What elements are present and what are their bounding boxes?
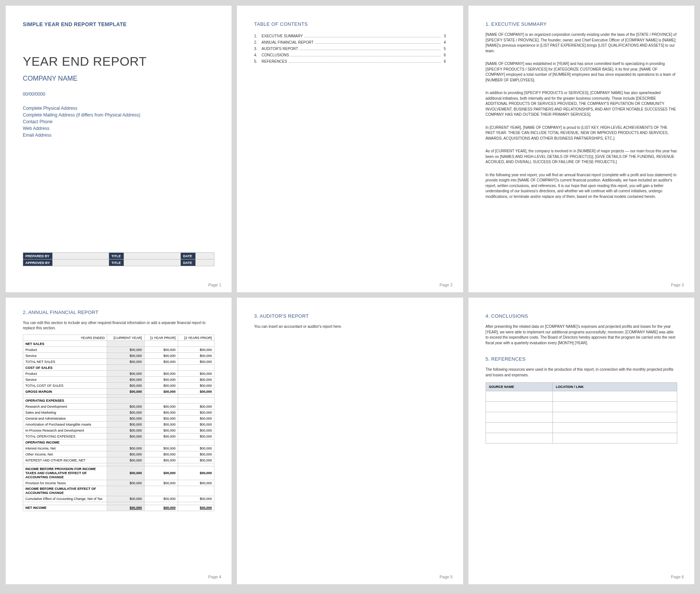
page-grid: SIMPLE YEAR END REPORT TEMPLATE YEAR END… (5, 5, 695, 585)
exec-p5: As of [CURRENT YEAR], the company is inv… (486, 149, 677, 165)
ref-row (486, 391, 677, 402)
ref-row (486, 412, 677, 423)
title-label: TITLE (109, 253, 124, 259)
approved-date-field[interactable] (196, 259, 214, 266)
toc-list: 1.EXECUTIVE SUMMARY3 2.ANNUAL FINANCIAL … (254, 33, 446, 65)
page-number: Page 3 (671, 283, 684, 287)
financial-table: YEARS ENDED [CURRENT YEAR] [1 YEAR PRIOR… (23, 335, 214, 511)
toc-item: 2.ANNUAL FINANCIAL REPORT4 (254, 39, 446, 46)
toc-title: TABLE OF CONTENTS (254, 21, 446, 27)
web-address: Web Address (23, 125, 214, 132)
financial-intro: You can edit this section to include any… (23, 320, 214, 331)
exec-p2: [NAME OF COMPANY] was established in [YE… (486, 61, 677, 83)
prepared-title-field[interactable] (124, 253, 181, 259)
ref-col-location: LOCATION / LINK (552, 383, 677, 391)
financial-title: 2. ANNUAL FINANCIAL REPORT (23, 310, 214, 315)
auditor-intro: You can insert an accountant or auditor'… (254, 324, 446, 330)
page-3: 1. EXECUTIVE SUMMARY [NAME OF COMPANY] i… (468, 5, 695, 293)
approved-title-field[interactable] (124, 259, 181, 266)
signature-table: PREPARED BY TITLE DATE APPROVED BY TITLE… (23, 252, 214, 266)
page-number: Page 5 (440, 575, 453, 579)
report-title: YEAR END REPORT (23, 54, 214, 69)
approved-by-label: APPROVED BY (23, 259, 53, 266)
page-number: Page 4 (208, 575, 221, 579)
prepared-by-label: PREPARED BY (23, 253, 53, 259)
template-title: SIMPLE YEAR END REPORT TEMPLATE (23, 21, 214, 27)
contact-phone: Contact Phone (23, 118, 214, 125)
exec-p4: In [CURRENT YEAR], [NAME OF COMPANY] is … (486, 125, 677, 141)
page-1: SIMPLE YEAR END REPORT TEMPLATE YEAR END… (5, 5, 232, 293)
exec-p3: In addition to providing [SPECIFY PRODUC… (486, 90, 677, 118)
date-label-2: DATE (181, 259, 196, 266)
page-6: 4. CONCLUSIONS After presenting the rela… (468, 297, 695, 585)
toc-item: 4.CONCLUSIONS6 (254, 52, 446, 58)
toc-item: 5.REFERENCES6 (254, 58, 446, 65)
address-block: Complete Physical Address Complete Maili… (23, 105, 214, 139)
page-5: 3. AUDITOR'S REPORT You can insert an ac… (236, 297, 463, 585)
mailing-address: Complete Mailing Address (if differs fro… (23, 112, 214, 118)
page-number: Page 1 (208, 283, 221, 287)
report-date: 00/00/0000 (23, 91, 214, 97)
toc-item: 1.EXECUTIVE SUMMARY3 (254, 33, 446, 39)
conclusions-title: 4. CONCLUSIONS (486, 313, 677, 319)
page-2: TABLE OF CONTENTS 1.EXECUTIVE SUMMARY3 2… (236, 5, 463, 293)
conclusions-text: After presenting the related data on [CO… (486, 324, 677, 346)
references-intro: The following resources were used in the… (486, 367, 677, 378)
references-title: 5. REFERENCES (486, 356, 677, 362)
exec-p1: [NAME OF COMPANY] is an organized corpor… (486, 32, 677, 54)
page-4: 2. ANNUAL FINANCIAL REPORT You can edit … (5, 297, 232, 585)
ref-row (486, 423, 677, 433)
toc-item: 3.AUDITOR'S REPORT5 (254, 46, 446, 52)
company-name: COMPANY NAME (23, 75, 214, 83)
date-label: DATE (181, 253, 196, 259)
prepared-date-field[interactable] (196, 253, 214, 259)
approved-by-field[interactable] (52, 259, 109, 266)
ref-col-source: SOURCE NAME (486, 383, 552, 391)
email-address: Email Address (23, 132, 214, 139)
page-number: Page 2 (440, 283, 453, 287)
title-label-2: TITLE (109, 259, 124, 266)
page-number: Page 6 (671, 575, 684, 579)
physical-address: Complete Physical Address (23, 105, 214, 112)
fin-header-row: YEARS ENDED [CURRENT YEAR] [1 YEAR PRIOR… (23, 335, 214, 341)
prepared-by-field[interactable] (52, 253, 109, 259)
exec-summary-title: 1. EXECUTIVE SUMMARY (486, 21, 677, 27)
ref-row (486, 433, 677, 444)
auditor-title: 3. AUDITOR'S REPORT (254, 313, 446, 319)
exec-p6: In the following year end report, you wi… (486, 172, 677, 200)
references-table: SOURCE NAME LOCATION / LINK (486, 382, 677, 444)
ref-row (486, 402, 677, 412)
